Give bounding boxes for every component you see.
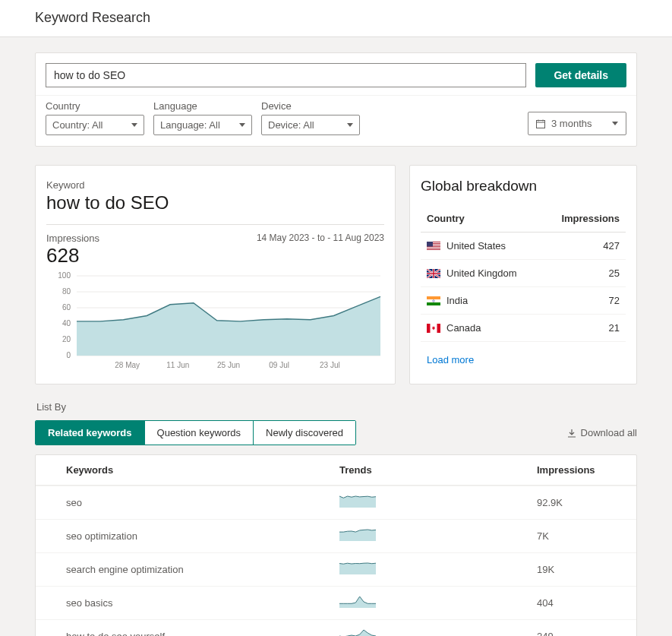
search-panel: Get details Country Country: All Languag…	[35, 52, 637, 147]
result-impressions: 7K	[537, 530, 606, 542]
svg-rect-25	[427, 247, 440, 248]
breakdown-row: United States427	[421, 233, 626, 260]
results-row: seo basics404	[36, 586, 636, 619]
breakdown-impressions: 21	[609, 322, 620, 334]
breakdown-country: Canada	[446, 322, 481, 334]
breakdown-impressions: 427	[603, 240, 620, 252]
breakdown-row: Canada21	[421, 315, 626, 342]
page-title: Keyword Research	[35, 10, 637, 26]
result-impressions: 19K	[537, 564, 606, 575]
sparkline	[339, 529, 376, 541]
chart-date-range: 14 May 2023 - to - 11 Aug 2023	[257, 233, 384, 243]
sparkline	[339, 596, 376, 608]
svg-rect-26	[427, 248, 440, 249]
get-details-button[interactable]: Get details	[535, 63, 626, 87]
keyword-label: Keyword	[46, 179, 384, 191]
flag-icon	[427, 296, 440, 305]
breakdown-impressions: 72	[609, 295, 620, 306]
breakdown-impressions: 25	[609, 267, 620, 279]
language-label: Language	[153, 100, 252, 112]
svg-rect-36	[437, 324, 441, 333]
device-label: Device	[261, 100, 360, 112]
svg-text:40: 40	[62, 319, 71, 327]
flag-icon	[427, 269, 440, 278]
svg-text:20: 20	[62, 335, 71, 343]
keyword-panel: Keyword how to do SEO Impressions 628 14…	[35, 165, 396, 384]
sparkline	[339, 495, 376, 508]
calendar-icon	[536, 119, 545, 128]
result-keyword: how to do seo yourself	[66, 631, 339, 636]
result-keyword: search engine optimization	[66, 564, 339, 575]
svg-text:25 Jun: 25 Jun	[217, 361, 240, 369]
chevron-down-icon	[239, 123, 245, 127]
flag-icon	[427, 242, 440, 251]
results-row: seo92.9K	[36, 486, 636, 519]
svg-rect-32	[427, 302, 440, 305]
svg-text:80: 80	[62, 287, 71, 296]
impressions-label: Impressions	[46, 233, 99, 244]
svg-text:0: 0	[66, 351, 71, 359]
svg-text:28 May: 28 May	[115, 361, 140, 369]
svg-rect-27	[427, 250, 440, 251]
language-select-value: Language: All	[160, 119, 220, 131]
results-row: how to do seo yourself249	[36, 619, 636, 636]
global-breakdown-panel: Global breakdown Country Impressions Uni…	[409, 165, 637, 384]
impressions-value: 628	[46, 244, 99, 267]
result-keyword: seo optimization	[66, 530, 339, 542]
tab-question-keywords[interactable]: Question keywords	[145, 421, 254, 445]
results-row: seo optimization7K	[36, 519, 636, 552]
breakdown-row: India72	[421, 287, 626, 315]
svg-rect-28	[427, 242, 433, 247]
chevron-down-icon	[347, 123, 353, 127]
chevron-down-icon	[131, 123, 137, 127]
breakdown-col-country: Country	[427, 213, 465, 224]
country-label: Country	[46, 100, 144, 112]
results-col-impressions: Impressions	[537, 464, 606, 476]
date-range-select[interactable]: 3 months	[528, 112, 626, 135]
result-impressions: 92.9K	[537, 497, 606, 508]
divider	[46, 224, 384, 225]
language-select[interactable]: Language: All	[153, 115, 252, 135]
svg-text:23 Jul: 23 Jul	[320, 361, 340, 369]
results-col-trends: Trends	[339, 464, 537, 476]
svg-rect-0	[537, 120, 545, 128]
sparkline	[339, 629, 376, 636]
breakdown-country: United Kingdom	[446, 267, 517, 279]
download-all-link[interactable]: Download all	[567, 427, 637, 438]
result-keyword: seo basics	[66, 597, 339, 609]
svg-text:60: 60	[62, 303, 71, 312]
breakdown-col-impressions: Impressions	[561, 213, 620, 224]
keyword-input[interactable]	[46, 63, 526, 87]
result-impressions: 249	[537, 631, 606, 636]
sparkline	[339, 562, 376, 574]
date-range-value: 3 months	[551, 118, 592, 129]
svg-text:09 Jul: 09 Jul	[269, 361, 289, 369]
load-more-link[interactable]: Load more	[421, 350, 480, 370]
list-by-label: List By	[36, 401, 637, 413]
list-by-tabs: Related keywordsQuestion keywordsNewly d…	[35, 420, 356, 445]
breakdown-row: United Kingdom25	[421, 260, 626, 287]
download-icon	[567, 429, 576, 438]
device-select-value: Device: All	[268, 119, 314, 131]
results-col-keywords: Keywords	[66, 464, 339, 476]
breakdown-country: India	[446, 295, 468, 306]
tab-newly-discovered[interactable]: Newly discovered	[254, 421, 355, 445]
country-select[interactable]: Country: All	[46, 115, 144, 135]
svg-rect-30	[427, 296, 440, 299]
result-keyword: seo	[66, 497, 339, 508]
svg-rect-35	[427, 324, 431, 333]
device-select[interactable]: Device: All	[261, 115, 360, 135]
keyword-value: how to do SEO	[46, 192, 384, 214]
download-all-label: Download all	[581, 427, 637, 438]
impressions-chart: 02040608010028 May11 Jun25 Jun09 Jul23 J…	[46, 272, 384, 373]
svg-text:100: 100	[58, 272, 71, 280]
country-select-value: Country: All	[52, 119, 103, 131]
result-impressions: 404	[537, 597, 606, 609]
chevron-down-icon	[612, 122, 618, 125]
flag-icon	[427, 324, 440, 333]
tab-related-keywords[interactable]: Related keywords	[36, 421, 145, 445]
breakdown-country: United States	[446, 240, 506, 252]
svg-text:11 Jun: 11 Jun	[166, 361, 189, 369]
results-row: search engine optimization19K	[36, 552, 636, 586]
breakdown-title: Global breakdown	[421, 178, 626, 195]
